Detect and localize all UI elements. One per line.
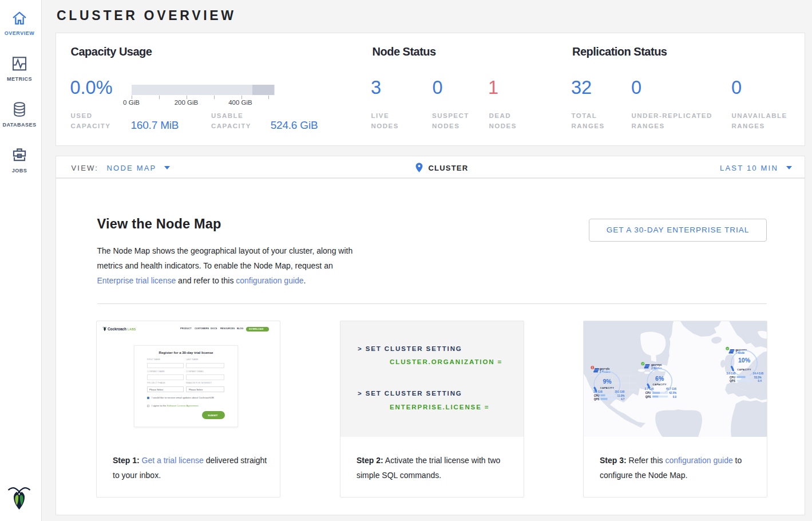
svg-text:CPU: CPU	[645, 392, 651, 394]
svg-text:6%: 6%	[655, 375, 664, 382]
svg-text:geo=sfo: geo=sfo	[600, 368, 610, 370]
svg-text:CAPACITY: CAPACITY	[600, 386, 614, 389]
svg-text:10%: 10%	[738, 357, 751, 364]
svg-text:42.5%: 42.5%	[669, 392, 676, 394]
svg-text:53.3%: 53.3%	[754, 376, 762, 379]
svg-text:11.0%: 11.0%	[617, 394, 625, 397]
svg-text:45.7 GiB: 45.7 GiB	[666, 388, 677, 390]
svg-text:0.4: 0.4	[758, 380, 762, 382]
svg-text:34.4 GiB: 34.4 GiB	[753, 372, 764, 375]
svg-text:CPU: CPU	[594, 394, 600, 397]
svg-text:QPS: QPS	[730, 380, 735, 382]
svg-text:3.6 GiB: 3.6 GiB	[726, 372, 736, 375]
svg-text:0.0: 0.0	[673, 396, 677, 398]
svg-text:9%: 9%	[603, 378, 612, 385]
svg-text:QPS: QPS	[594, 398, 600, 401]
svg-text:CPU: CPU	[730, 376, 735, 379]
svg-text:CAPACITY: CAPACITY	[737, 368, 751, 371]
svg-text:CAPACITY: CAPACITY	[653, 383, 667, 386]
svg-text:geo=nyc: geo=nyc	[651, 364, 662, 366]
svg-text:351 GiB: 351 GiB	[615, 390, 625, 393]
svg-text:3.2 GiB: 3.2 GiB	[593, 390, 603, 393]
svg-text:3.7 GiB: 3.7 GiB	[645, 388, 655, 390]
svg-text:QPS: QPS	[645, 396, 651, 398]
svg-text:4.7: 4.7	[621, 398, 625, 401]
